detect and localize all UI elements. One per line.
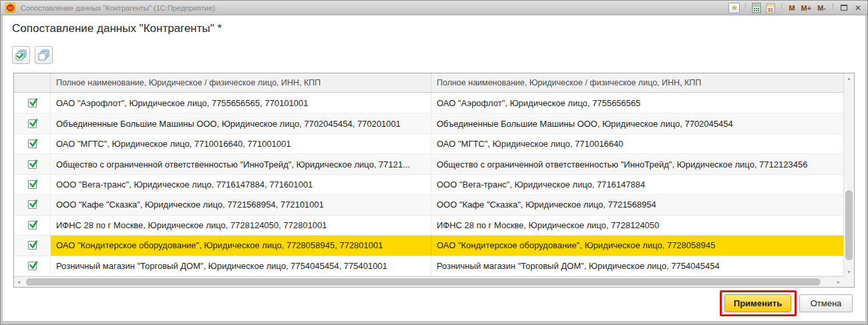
calendar-button[interactable]: 31 xyxy=(765,3,776,13)
maximize-icon xyxy=(841,5,847,11)
1c-logo-icon: 1С xyxy=(5,3,15,13)
favorites-button[interactable]: ★ xyxy=(728,3,740,13)
source-counterparty-cell[interactable]: ООО "Кафе "Сказка", Юридическое лицо, 77… xyxy=(51,195,431,214)
row-checkbox-cell[interactable] xyxy=(14,216,51,235)
table-row[interactable]: ООО "Кафе "Сказка", Юридическое лицо, 77… xyxy=(14,195,843,215)
apply-button[interactable]: Применить xyxy=(724,294,791,312)
window-title: Сопоставление данных "Контрагенты" (1С:П… xyxy=(21,4,728,12)
maximize-button[interactable] xyxy=(839,3,849,13)
checkmark-icon xyxy=(28,260,39,270)
memory-m-button[interactable]: M xyxy=(787,4,796,12)
close-icon: ✕ xyxy=(855,3,861,13)
toolbar xyxy=(12,46,53,64)
window-content: Сопоставление данных "Контрагенты" * xyxy=(3,15,865,321)
set-all-flags-icon xyxy=(15,49,27,61)
page-title: Сопоставление данных "Контрагенты" * xyxy=(12,22,222,35)
row-checkbox-cell[interactable] xyxy=(14,113,51,133)
row-checkbox[interactable] xyxy=(28,160,37,169)
checkmark-icon xyxy=(28,97,39,107)
row-checkbox[interactable] xyxy=(28,200,37,209)
table-row[interactable]: Общество с ограниченной ответственностью… xyxy=(14,154,843,174)
scroll-down-icon[interactable]: ▼ xyxy=(844,267,854,276)
header-checkbox-column xyxy=(14,73,51,92)
source-counterparty-cell[interactable]: ООО "Вега-транс", Юридическое лицо, 7716… xyxy=(51,175,431,194)
checkmark-icon xyxy=(28,158,39,169)
horizontal-scrollbar-thumb[interactable] xyxy=(26,278,821,286)
checkmark-icon xyxy=(28,198,39,209)
checkmark-icon xyxy=(28,137,39,148)
source-counterparty-cell[interactable]: ИФНС 28 по г Москве, Юридическое лицо, 7… xyxy=(51,216,431,235)
scroll-up-icon[interactable]: ▲ xyxy=(844,73,854,83)
scroll-left-icon[interactable]: ◄ xyxy=(14,277,23,287)
table-row[interactable]: ОАО "МГТС", Юридическое лицо, 7710016640… xyxy=(14,134,843,154)
row-checkbox-cell[interactable] xyxy=(14,195,51,214)
row-checkbox-cell[interactable] xyxy=(14,93,51,113)
mapping-table: Полное наименование, Юридическое / физич… xyxy=(13,73,855,288)
horizontal-scrollbar[interactable]: ◄ ► xyxy=(14,276,843,287)
scroll-right-icon[interactable]: ► xyxy=(834,277,843,287)
separator xyxy=(781,3,782,13)
checkmark-icon xyxy=(28,219,39,230)
separator xyxy=(745,3,746,13)
row-checkbox[interactable] xyxy=(28,262,37,270)
target-counterparty-cell[interactable]: ООО "Вега-транс", Юридическое лицо, 7716… xyxy=(431,175,843,194)
target-counterparty-cell[interactable]: ИФНС 28 по г Москве, Юридическое лицо, 7… xyxy=(431,216,843,235)
scrollbar-corner xyxy=(843,276,854,287)
svg-text:31: 31 xyxy=(769,7,774,12)
table-row[interactable]: ООО "Вега-транс", Юридическое лицо, 7716… xyxy=(14,175,843,195)
vertical-scrollbar-thumb[interactable] xyxy=(845,190,853,260)
row-checkbox[interactable] xyxy=(28,139,37,148)
row-checkbox-cell[interactable] xyxy=(14,134,51,153)
calendar-icon: 31 xyxy=(765,3,776,13)
target-counterparty-cell[interactable]: ОАО "Аэрофлот", Юридическое лицо, 775565… xyxy=(431,93,843,113)
clear-all-flags-button[interactable] xyxy=(35,46,53,64)
star-icon: ★ xyxy=(731,4,737,11)
table-row[interactable]: Объединенные Большие Машины ООО, Юридиче… xyxy=(14,113,843,133)
memory-m-plus-button[interactable]: M+ xyxy=(800,4,813,12)
row-checkbox[interactable] xyxy=(28,99,37,107)
table-row[interactable]: ОАО "Кондитерское оборудование", Юридиче… xyxy=(14,236,843,256)
table-row[interactable]: Розничный магазин "Торговый ДОМ", Юридич… xyxy=(14,256,843,276)
table-row[interactable]: ОАО "Аэрофлот", Юридическое лицо, 775565… xyxy=(14,93,843,113)
source-counterparty-cell[interactable]: Общество с ограниченной ответственностью… xyxy=(51,154,431,174)
source-counterparty-cell[interactable]: ОАО "Кондитерское оборудование", Юридиче… xyxy=(51,236,431,255)
app-window: 1С Сопоставление данных "Контрагенты" (1… xyxy=(0,0,868,325)
title-bar: 1С Сопоставление данных "Контрагенты" (1… xyxy=(1,1,867,15)
checkmark-icon xyxy=(28,178,39,189)
target-counterparty-cell[interactable]: Объединенные Большие Машины ООО, Юридиче… xyxy=(431,113,843,133)
calculator-button[interactable] xyxy=(751,3,762,13)
target-counterparty-cell[interactable]: ОАО "Кондитерское оборудование", Юридиче… xyxy=(431,236,843,255)
target-counterparty-cell[interactable]: ООО "Кафе "Сказка", Юридическое лицо, 77… xyxy=(431,195,843,214)
memory-m-minus-button[interactable]: M- xyxy=(816,4,827,12)
row-checkbox-cell[interactable] xyxy=(14,256,51,276)
checkmark-icon xyxy=(28,239,39,250)
set-all-flags-button[interactable] xyxy=(12,46,30,64)
row-checkbox[interactable] xyxy=(28,180,37,189)
vertical-scrollbar[interactable]: ▲ ▼ xyxy=(843,73,854,276)
1c-logo-text: 1С xyxy=(7,4,14,11)
cancel-button[interactable]: Отмена xyxy=(799,294,853,312)
header-source-column: Полное наименование, Юридическое / физич… xyxy=(51,73,431,92)
table-body: ОАО "Аэрофлот", Юридическое лицо, 775565… xyxy=(14,93,843,276)
clear-all-flags-icon xyxy=(37,49,50,61)
row-checkbox-cell[interactable] xyxy=(14,175,51,194)
source-counterparty-cell[interactable]: ОАО "Аэрофлот", Юридическое лицо, 775565… xyxy=(51,93,431,113)
checkmark-icon xyxy=(28,117,39,128)
row-checkbox[interactable] xyxy=(28,241,37,250)
row-checkbox[interactable] xyxy=(28,221,37,230)
table-header: Полное наименование, Юридическое / физич… xyxy=(14,73,843,93)
close-button[interactable]: ✕ xyxy=(853,3,863,13)
target-counterparty-cell[interactable]: ОАО "МГТС", Юридическое лицо, 7710016640 xyxy=(431,134,843,153)
separator xyxy=(833,3,833,13)
source-counterparty-cell[interactable]: ОАО "МГТС", Юридическое лицо, 7710016640… xyxy=(51,134,431,153)
row-checkbox-cell[interactable] xyxy=(14,236,51,255)
calculator-icon xyxy=(751,3,762,13)
source-counterparty-cell[interactable]: Объединенные Большие Машины ООО, Юридиче… xyxy=(51,113,431,133)
table-row[interactable]: ИФНС 28 по г Москве, Юридическое лицо, 7… xyxy=(14,216,843,236)
target-counterparty-cell[interactable]: Розничный магазин "Торговый ДОМ", Юридич… xyxy=(431,256,843,276)
target-counterparty-cell[interactable]: Общество с ограниченной ответственностью… xyxy=(431,154,843,174)
source-counterparty-cell[interactable]: Розничный магазин "Торговый ДОМ", Юридич… xyxy=(51,256,431,276)
row-checkbox-cell[interactable] xyxy=(14,154,51,174)
row-checkbox[interactable] xyxy=(28,119,37,128)
header-target-column: Полное наименование, Юридическое / физич… xyxy=(431,73,843,92)
